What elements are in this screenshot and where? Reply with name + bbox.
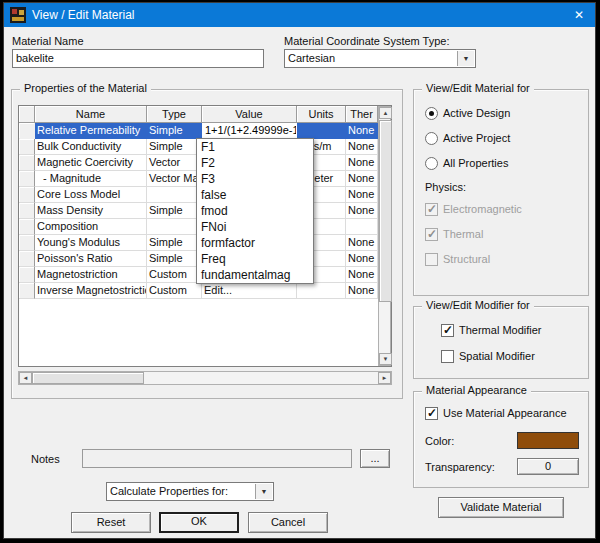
cell-thermal[interactable]: None [346,235,378,251]
row-selector[interactable] [19,251,35,267]
cell-units[interactable] [297,283,346,299]
close-icon[interactable]: ✕ [563,3,595,27]
autocomplete-item[interactable]: fmod [197,203,313,219]
cell-type[interactable]: Simple [147,203,202,219]
autocomplete-item[interactable]: false [197,187,313,203]
cell-name[interactable]: Young's Modulus [35,235,147,251]
cell-type[interactable]: Simple [147,235,202,251]
cell-name[interactable]: Bulk Conductivity [35,139,147,155]
checkbox-label: Structural [443,253,490,266]
validate-material-button[interactable]: Validate Material [438,497,564,518]
cancel-button[interactable]: Cancel [248,512,328,533]
chevron-down-icon[interactable]: ▼ [457,51,474,66]
chevron-down-icon[interactable]: ▼ [255,484,272,499]
ok-button[interactable]: OK [159,512,239,533]
checkbox-label: Thermal [443,228,483,241]
coord-system-label: Material Coordinate System Type: [284,35,449,47]
scroll-left-icon[interactable]: ◄ [19,372,32,384]
row-selector[interactable] [19,235,35,251]
modifier-groupbox: View/Edit Modifier for [413,306,589,379]
cell-name[interactable]: - Magnitude [35,171,147,187]
cell-thermal[interactable]: None [346,171,378,187]
checkbox-spatial-modifier[interactable]: Spatial Modifier [441,350,581,364]
cell-name[interactable]: Relative Permeability [35,123,147,139]
notes-browse-button[interactable]: ... [360,449,390,468]
autocomplete-item[interactable]: Freq [197,251,313,267]
cell-thermal[interactable]: None [346,251,378,267]
row-selector[interactable] [19,267,35,283]
row-selector[interactable] [19,155,35,171]
row-selector[interactable] [19,203,35,219]
title-bar[interactable]: View / Edit Material ✕ [4,3,595,27]
table-row[interactable]: Inverse Magnetostriction Custom Edit... … [19,283,378,299]
checkbox-icon [425,253,438,266]
checkbox-use-material-appearance[interactable]: Use Material Appearance [425,407,585,421]
autocomplete-item[interactable]: fundamentalmag [197,267,313,283]
table-row[interactable]: Relative Permeability Simple 1+1/(1+2.49… [19,123,378,139]
autocomplete-item[interactable]: FNoi [197,219,313,235]
vertical-scroll-thumb[interactable] [379,120,392,302]
cell-type[interactable] [147,219,202,235]
cell-thermal[interactable]: None [346,155,378,171]
vertical-scrollbar[interactable]: ▲ ▼ [378,106,391,366]
row-selector[interactable] [19,171,35,187]
material-name-label: Material Name [12,35,84,47]
autocomplete-item[interactable]: F1 [197,139,313,155]
radio-active-design[interactable]: Active Design [425,107,575,121]
scroll-up-icon[interactable]: ▲ [379,107,392,119]
value-edit-field[interactable]: 1+1/(1+2.49999e-13*F [202,123,297,139]
cell-thermal[interactable]: None [346,123,378,139]
material-name-input[interactable]: bakelite [12,49,264,68]
coord-system-select[interactable]: Cartesian ▼ [284,49,476,68]
cell-type[interactable] [147,187,202,203]
header-thermal: Ther [346,106,378,123]
cell-name[interactable]: Poisson's Ratio [35,251,147,267]
reset-button[interactable]: Reset [71,512,151,533]
cell-type[interactable]: Custom [147,283,202,299]
cell-thermal[interactable] [346,219,378,235]
calculate-properties-select[interactable]: Calculate Properties for: ▼ [106,482,274,501]
cell-value[interactable]: Edit... [202,283,297,299]
cell-thermal[interactable]: None [346,139,378,155]
checkbox-thermal-modifier[interactable]: Thermal Modifier [441,324,581,338]
notes-label: Notes [31,453,60,465]
radio-all-properties[interactable]: All Properties [425,157,575,171]
cell-thermal[interactable]: None [346,203,378,219]
cell-thermal[interactable]: None [346,187,378,203]
cell-name[interactable]: Composition [35,219,147,235]
horizontal-scroll-thumb[interactable] [32,372,144,384]
cell-name[interactable]: Inverse Magnetostriction [35,283,147,299]
row-selector[interactable] [19,187,35,203]
transparency-button[interactable]: 0 [517,458,579,475]
checkbox-label: Use Material Appearance [443,407,567,420]
cell-type[interactable]: Simple [147,251,202,267]
row-selector[interactable] [19,123,35,139]
notes-field [82,449,352,468]
cell-thermal[interactable]: None [346,283,378,299]
cell-name[interactable]: Core Loss Model [35,187,147,203]
row-selector[interactable] [19,219,35,235]
cell-thermal[interactable]: None [346,267,378,283]
cell-name[interactable]: Magnetostriction [35,267,147,283]
color-swatch-button[interactable] [517,432,579,449]
horizontal-scrollbar[interactable]: ◄ ► [18,371,392,385]
row-selector[interactable] [19,283,35,299]
cell-name[interactable]: Magnetic Coercivity [35,155,147,171]
cell-type[interactable]: Simple [147,123,202,139]
autocomplete-item[interactable]: formfactor [197,235,313,251]
cell-type[interactable]: Vector [147,155,202,171]
autocomplete-popup: F1 F2 F3 false fmod FNoi formfactor Freq… [196,138,314,284]
header-value: Value [202,106,297,123]
autocomplete-item[interactable]: F2 [197,155,313,171]
scroll-right-icon[interactable]: ► [378,372,391,384]
radio-active-project[interactable]: Active Project [425,132,575,146]
cell-type[interactable]: Simple [147,139,202,155]
row-selector[interactable] [19,139,35,155]
cell-type[interactable]: Custom [147,267,202,283]
checkbox-icon [425,407,438,420]
cell-type[interactable]: Vector Mag [147,171,202,187]
cell-name[interactable]: Mass Density [35,203,147,219]
scroll-down-icon[interactable]: ▼ [379,353,392,365]
autocomplete-item[interactable]: F3 [197,171,313,187]
cell-units[interactable] [297,123,346,139]
